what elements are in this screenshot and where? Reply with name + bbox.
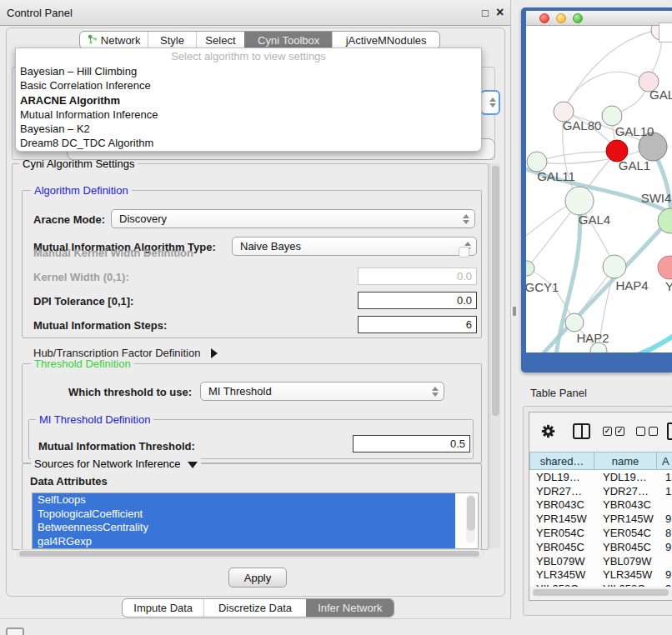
screen: Control Panel □ × Network Style Select C… [0, 0, 672, 635]
mi-type-combobox[interactable]: Naive Bayes [232, 237, 477, 256]
float-window-icon[interactable]: □ [482, 8, 489, 18]
kernel-width-field[interactable]: 0.0 [358, 268, 477, 285]
aracne-mode-combobox[interactable]: Discovery [111, 209, 475, 228]
attribute-list-scrollbar[interactable] [466, 495, 475, 543]
label-gal-partial: GAL [649, 88, 672, 102]
sources-toggle[interactable]: Sources for Network Inference [31, 458, 201, 470]
table-header-row: shared… name A [529, 452, 672, 470]
table-row[interactable]: YIL053CYIL053C9. [530, 582, 672, 587]
settings-horizontal-scroll-thumb[interactable] [19, 551, 479, 557]
attribute-list-scroll-thumb[interactable] [467, 496, 475, 531]
apply-button[interactable]: Apply [228, 568, 287, 588]
minimize-traffic-light[interactable] [556, 13, 566, 23]
tab-impute-data-label: Impute Data [133, 602, 193, 614]
attr-item-topologicalcoefficient[interactable]: TopologicalCoefficient [33, 508, 455, 522]
tab-select[interactable]: Select [196, 32, 244, 48]
which-threshold-value: MI Threshold [208, 385, 272, 398]
table-row[interactable]: YER054CYER054C8. [530, 526, 672, 540]
dpi-tolerance-field[interactable]: 0.0 [358, 292, 477, 309]
algo-option-bayesian-k2[interactable]: Bayesian – K2 [16, 122, 481, 136]
algo-option-mutual-information[interactable]: Mutual Information Inference [16, 108, 481, 122]
column-header-shared-name[interactable]: shared… [529, 452, 594, 470]
settings-horizontal-scrollbar[interactable] [17, 549, 484, 558]
dpi-tolerance-label: DPI Tolerance [0,1]: [33, 295, 133, 308]
column-header-name[interactable]: name [594, 452, 657, 470]
mi-threshold-field[interactable]: 0.5 [353, 435, 470, 452]
label-y-partial: Y [665, 279, 672, 293]
manual-kernel-checkbox[interactable] [459, 247, 469, 258]
tab-discretize-data[interactable]: Discretize Data [203, 599, 305, 617]
table-row[interactable]: YBR043CYBR043C [530, 498, 672, 512]
select-all-columns-button[interactable]: ✓ ✓ [603, 427, 624, 436]
tab-network-label: Network [101, 34, 141, 47]
which-threshold-label: Which threshold to use: [68, 386, 192, 398]
tab-jactivemnodules-label: jActiveMNodules [346, 34, 427, 47]
cyan-edge [623, 334, 672, 352]
aracne-mode-value: Discovery [119, 212, 167, 225]
node-salmon[interactable] [658, 256, 672, 279]
new-table-button[interactable] [667, 422, 672, 440]
settings-vertical-scrollbar[interactable] [489, 163, 500, 548]
control-panel-title: Control Panel [7, 7, 73, 19]
close-window-icon[interactable]: × [496, 7, 504, 18]
node-hap4[interactable] [603, 255, 626, 278]
attr-item-selfloops[interactable]: SelfLoops [33, 493, 455, 508]
unselect-all-columns-button[interactable] [636, 427, 658, 436]
node-labels: GAL GAL80 GAL10 GAL1 GAL11 SWI4 GAL4 GCY… [526, 88, 672, 345]
network-view-window: GAL GAL80 GAL10 GAL1 GAL11 SWI4 GAL4 GCY… [521, 8, 672, 372]
mi-steps-field[interactable]: 6 [358, 316, 477, 333]
gear-icon [541, 424, 555, 438]
node-hap2[interactable] [565, 313, 584, 332]
column-header-partial[interactable]: A [657, 452, 672, 470]
node-gcy1[interactable] [526, 261, 534, 276]
table-row[interactable]: YPR145WYPR145W9. [530, 512, 672, 526]
node-gal4[interactable] [565, 187, 594, 215]
table-row[interactable]: YDR27…YDR27…12 [530, 484, 672, 498]
table-row[interactable]: YBL079WYBL079W [530, 554, 672, 568]
algorithm-combobox-fragment[interactable] [480, 90, 500, 115]
tab-jactivemnodules[interactable]: jActiveMNodules [332, 32, 439, 48]
tab-impute-data[interactable]: Impute Data [123, 599, 203, 617]
unchecked-box-icon [636, 427, 645, 436]
unchecked-box-icon [649, 427, 658, 436]
mi-type-value: Naive Bayes [240, 240, 301, 252]
tab-discretize-data-label: Discretize Data [218, 602, 292, 614]
tab-cyni-toolbox[interactable]: Cyni Toolbox [244, 32, 332, 48]
close-traffic-light[interactable] [539, 13, 549, 23]
algo-option-dream8[interactable]: Dream8 DC_TDC Algorithm [16, 136, 481, 150]
algo-option-bayesian-hill-climbing[interactable]: Bayesian – Hill Climbing [16, 64, 481, 78]
table-row[interactable]: YLR345WYLR345W9. [530, 568, 672, 582]
algo-option-basic-correlation[interactable]: Basic Correlation Inference [16, 78, 481, 92]
zoom-traffic-light[interactable] [573, 13, 583, 23]
node-gal10[interactable] [602, 106, 622, 126]
table-panel-title: Table Panel [530, 387, 587, 399]
label-gcy1: GCY1 [526, 280, 559, 294]
settings-vertical-scroll-thumb[interactable] [492, 166, 499, 416]
algo-option-aracne[interactable]: ARACNE Algorithm [16, 93, 481, 108]
aracne-mode-label: Aracne Mode: [33, 213, 105, 226]
table-row[interactable]: YDL19…YDL19…13 [530, 470, 672, 484]
tab-infer-network[interactable]: Infer Network [306, 599, 394, 617]
attr-item-betweennesscentrality[interactable]: BetweennessCentrality [33, 521, 455, 535]
network-window-titlebar[interactable] [526, 11, 672, 26]
corner-chip[interactable] [6, 628, 24, 635]
tab-select-label: Select [205, 34, 235, 47]
threshold-definition-title: Threshold Definition [31, 358, 134, 370]
show-columns-button[interactable] [573, 423, 590, 439]
attr-item-gal4rgexp[interactable]: gal4RGexp [33, 535, 455, 549]
table-horizontal-scrollbar[interactable] [532, 588, 672, 597]
tab-network[interactable]: Network [80, 32, 148, 48]
panel-divider-handle[interactable] [513, 307, 516, 316]
checked-box-icon: ✓ [615, 427, 624, 436]
table-settings-button[interactable] [541, 424, 555, 442]
sources-title: Sources for Network Inference [34, 458, 181, 470]
table-horizontal-scroll-thumb[interactable] [533, 589, 669, 596]
which-threshold-combobox[interactable]: MI Threshold [200, 382, 444, 401]
tab-style[interactable]: Style [148, 32, 195, 48]
table-row[interactable]: YBR045CYBR045C9. [530, 540, 672, 554]
table-body: YDL19…YDL19…13 YDR27…YDR27…12 YBR043CYBR… [530, 470, 672, 587]
label-gal80: GAL80 [563, 118, 602, 132]
control-panel: Control Panel □ × Network Style Select C… [0, 0, 511, 619]
network-scrollbar-sliver[interactable] [659, 22, 672, 42]
network-canvas[interactable]: GAL GAL80 GAL10 GAL1 GAL11 SWI4 GAL4 GCY… [526, 26, 672, 352]
